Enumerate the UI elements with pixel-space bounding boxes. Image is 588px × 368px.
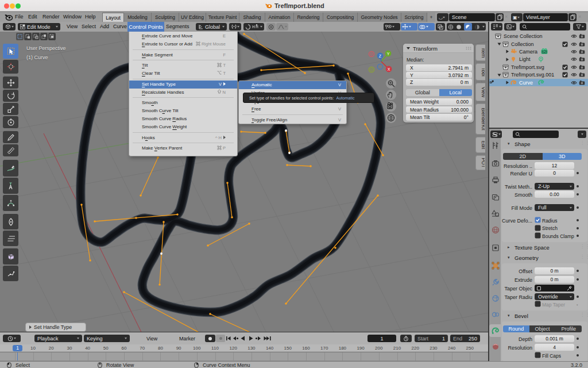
svg-text:View: View (481, 87, 485, 98)
svg-text:Tool: Tool (481, 67, 485, 76)
svg-text:X: X (388, 67, 390, 71)
svg-text:POT: POT (481, 158, 485, 167)
svg-text:BlenderKit: BlenderKit (481, 108, 485, 131)
svg-text:Z: Z (379, 54, 382, 58)
svg-text:Item: Item (481, 48, 485, 58)
svg-text:Y: Y (387, 52, 390, 56)
svg-text:Edit: Edit (481, 141, 485, 150)
